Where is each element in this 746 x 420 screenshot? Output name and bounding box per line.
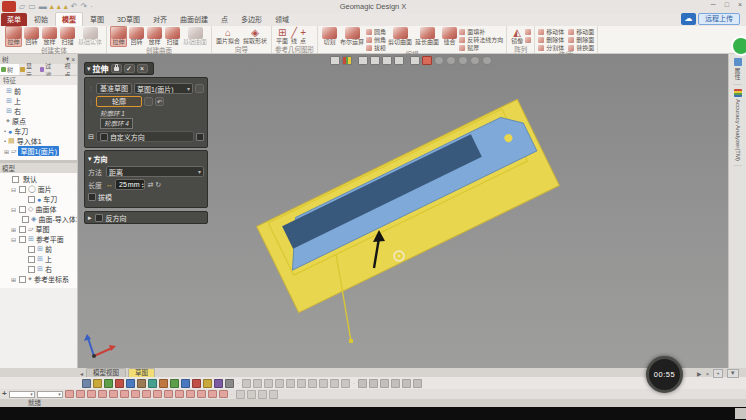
linear-pattern-command[interactable] [525, 28, 531, 35]
selection-tool-icon[interactable] [87, 390, 96, 398]
tree-item[interactable]: ⊟ 面片 [0, 184, 77, 194]
tree-item[interactable]: 前 [0, 244, 77, 254]
ribbon-command[interactable]: 基础曲面 [182, 26, 208, 47]
view-toolbar-icon[interactable] [286, 379, 295, 388]
ribbon-command[interactable]: 扫描 [164, 26, 181, 47]
custom-direction-checkbox[interactable] [100, 133, 108, 141]
view-option-icon[interactable] [470, 56, 480, 65]
ribbon-command[interactable]: 缝合 [441, 26, 458, 47]
rotate-icon[interactable]: ↻ [155, 181, 161, 189]
profile-button[interactable]: 轮廓 [96, 96, 142, 107]
view-toolbar-icon[interactable] [330, 379, 339, 388]
layout-view-icon[interactable] [382, 56, 392, 65]
snap-filter-select[interactable]: ▾ [9, 391, 35, 398]
visibility-checkbox[interactable] [22, 216, 29, 223]
selection-tool-icon[interactable] [175, 390, 184, 398]
panel-tab[interactable]: 视点 [58, 64, 77, 75]
ribbon-command-small[interactable]: 删除面 [568, 36, 594, 43]
expand-caret-icon[interactable]: ▸ [88, 214, 92, 222]
draft-checkbox[interactable] [88, 193, 96, 201]
accuracy-analyzer-tab[interactable]: Accuracy Analyzer(TM) [734, 85, 742, 166]
display-toolbar-icon[interactable] [104, 379, 113, 388]
selection-tool-icon[interactable] [142, 390, 151, 398]
selection-tool-icon[interactable] [76, 390, 85, 398]
ribbon-command[interactable]: 放样 [41, 26, 58, 47]
ribbon-command[interactable]: 拉伸 [5, 26, 22, 47]
menu-tab[interactable]: 菜单 [1, 13, 27, 26]
loop-item-selected[interactable]: 轮廓环 4 [100, 118, 133, 129]
section-caret-icon[interactable]: ▾ [88, 155, 92, 163]
display-toolbar-icon[interactable] [148, 379, 157, 388]
selection-tool-icon[interactable] [164, 390, 173, 398]
visibility-checkbox[interactable] [19, 276, 26, 283]
tree-item[interactable]: 车刀 [0, 194, 77, 204]
view-toolbar-icon[interactable] [253, 379, 262, 388]
reset-selection-button[interactable]: ↶ [155, 97, 164, 106]
menu-tab[interactable]: 草图 [84, 13, 110, 26]
view-tab[interactable]: 草图 [128, 368, 155, 377]
select-profile-button[interactable] [144, 97, 153, 106]
add-icon[interactable]: + [713, 369, 723, 378]
tree-item[interactable]: 上 [0, 96, 77, 106]
ribbon-command[interactable]: ◈ 提取形状 [242, 26, 268, 46]
visibility-checkbox[interactable] [19, 206, 26, 213]
menu-tab[interactable]: 初始 [28, 13, 54, 26]
menu-tab[interactable]: 点 [215, 13, 234, 26]
display-toolbar-icon[interactable] [137, 379, 146, 388]
properties-tab[interactable]: 属性 [733, 54, 742, 85]
entity-filter-select[interactable]: ▾ [37, 391, 63, 398]
display-toolbar-icon[interactable] [159, 379, 168, 388]
tree-item[interactable]: 原点 [0, 116, 77, 126]
confirm-button[interactable]: ✓ [124, 64, 135, 73]
display-toolbar-icon[interactable] [170, 379, 179, 388]
display-toolbar-icon[interactable] [225, 379, 234, 388]
display-toolbar-icon[interactable] [115, 379, 124, 388]
display-toolbar-icon[interactable] [192, 379, 201, 388]
length-stepper[interactable]: ▴ ▾ [141, 182, 143, 188]
selection-tool-icon[interactable] [219, 390, 228, 398]
split-view-icon[interactable] [370, 56, 380, 65]
view-toolbar-icon[interactable] [341, 379, 350, 388]
menu-tab[interactable]: 3D草图 [111, 13, 146, 26]
visibility-checkbox[interactable] [19, 226, 26, 233]
collapse-icon[interactable]: ▾ [87, 65, 91, 73]
length-input[interactable]: 25 mm ▴ ▾ [115, 179, 145, 190]
ribbon-command[interactable]: + 点 [299, 26, 307, 46]
ribbon-command[interactable]: ╱ 线 [290, 26, 298, 46]
ribbon-command[interactable]: ⌂ 面片拟合 [215, 26, 241, 46]
panel-tab[interactable]: 过滤 [39, 64, 58, 75]
clipboard-toolbar-icon[interactable] [358, 379, 367, 388]
circular-pattern-command[interactable] [525, 36, 531, 43]
swap-direction-icon[interactable]: ⇄ [147, 181, 153, 189]
view-option-icon[interactable] [458, 56, 468, 65]
selection-tool-icon[interactable] [153, 390, 162, 398]
custom-direction-toggle[interactable] [196, 133, 204, 141]
ribbon-command-small[interactable]: 赋厚 [459, 44, 503, 51]
ribbon-command-small[interactable]: 删除体 [538, 36, 564, 43]
menu-tab[interactable]: 多边形 [235, 13, 268, 26]
ribbon-command[interactable]: 延长曲面 [414, 26, 440, 47]
panel-tab[interactable]: 树 [0, 64, 19, 75]
ribbon-command-small[interactable]: 反转法线方向 [459, 36, 503, 43]
menu-tab[interactable]: 曲面创建 [174, 13, 214, 26]
collapse-minus-icon[interactable]: ⊟ [88, 133, 94, 141]
view-tab[interactable]: 模型视图 [86, 368, 126, 377]
visibility-checkbox[interactable] [28, 246, 35, 253]
extra-tool-icon[interactable] [236, 390, 245, 399]
selection-tool-icon[interactable] [131, 390, 140, 398]
tree-item[interactable]: 右 [0, 264, 77, 274]
detach-sketch-button[interactable] [195, 84, 204, 93]
view-option-icon[interactable] [482, 56, 492, 65]
loop-item[interactable]: 轮廓环 1 [100, 109, 204, 118]
region-select-icon[interactable] [422, 56, 432, 65]
clipboard-toolbar-icon[interactable] [413, 379, 422, 388]
tree-item[interactable]: 默认 [0, 174, 77, 184]
ribbon-command[interactable]: 剪切曲面 [387, 26, 413, 47]
selection-tool-icon[interactable] [197, 390, 206, 398]
tree-item[interactable]: 右 [0, 106, 77, 116]
tree-item[interactable]: • 车刀 [0, 126, 77, 136]
view-toolbar-icon[interactable] [319, 379, 328, 388]
clip-plane-icon[interactable] [358, 56, 368, 65]
ribbon-command-small[interactable]: 圆角 [366, 28, 386, 35]
menu-tab[interactable]: 对齐 [147, 13, 173, 26]
